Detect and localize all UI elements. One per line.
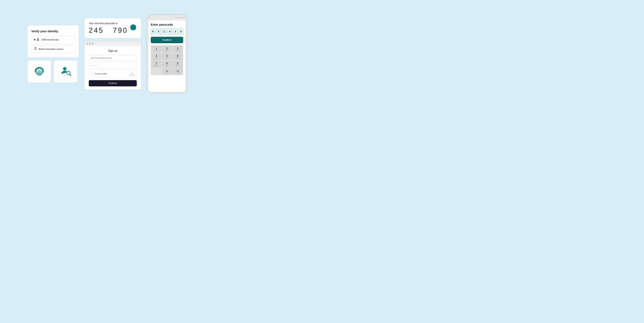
recaptcha-logo: ✓ (131, 72, 133, 75)
digit-1: 5 (156, 29, 161, 35)
key-empty (151, 68, 162, 75)
numeric-keypad: 1 2 ABC 3 DEF 4 GHI 5 JKL 6 MNO (151, 45, 183, 75)
signup-titlebar (84, 41, 141, 46)
left-column: Verify your identity ♥︎ USB security key… (28, 25, 79, 83)
captcha-left: I'm not a robot (91, 73, 107, 75)
titlebar-dot-3 (92, 43, 94, 44)
digit-5: 9 (179, 29, 183, 35)
biometric-icon (34, 47, 37, 51)
usb-security-key-option[interactable]: ♥︎ USB security key (31, 36, 75, 44)
usb-option-label: USB security key (41, 38, 59, 41)
icon-cards-row (28, 60, 79, 83)
svg-point-0 (63, 67, 66, 70)
key-1[interactable]: 1 (151, 46, 162, 53)
verify-title: Verify your identity (31, 30, 75, 33)
titlebar-dot-2 (89, 43, 91, 44)
svg-line-4 (70, 75, 71, 76)
otp-card: Your one-time passcode is 245 790 (84, 18, 141, 38)
digit-4: 3 (173, 29, 178, 35)
captcha-checkbox[interactable] (91, 73, 93, 75)
usb-icon: ♥︎ (34, 38, 40, 42)
fingerprint-card (28, 60, 51, 83)
middle-column: Your one-time passcode is 245 790 Sign u… (84, 18, 141, 90)
passkey-card (54, 60, 78, 83)
recaptcha-links: Privacy - Terms (129, 75, 135, 76)
key-8[interactable]: 8 TUV (162, 61, 172, 68)
passcode-digits-row: 8 5 2 4 3 9 (151, 29, 183, 35)
recaptcha-text: reCAPTCHA (129, 75, 135, 75)
phone-status-bar (147, 16, 187, 19)
otp-left-section: Your one-time passcode is 245 790 (89, 22, 130, 34)
otp-part1: 245 (89, 26, 104, 34)
continue-button[interactable]: Continue (89, 80, 137, 86)
phone-content: Enter passcode 8 5 2 4 3 9 Confirm 1 2 A… (148, 20, 186, 92)
fingerprint-large-icon (33, 65, 46, 78)
signup-body: Sign up I'm not a robot ✓ reCAPTCHA Priv… (84, 46, 141, 90)
otp-timer-icon (130, 24, 137, 32)
enter-passcode-title: Enter passcode (151, 23, 183, 27)
key-9[interactable]: 9 WXYZ (172, 61, 183, 68)
phone-mockup: Enter passcode 8 5 2 4 3 9 Confirm 1 2 A… (147, 15, 187, 93)
signup-card: Sign up I'm not a robot ✓ reCAPTCHA Priv… (84, 41, 141, 90)
key-7[interactable]: 7 PQRS (151, 61, 162, 68)
backspace-key[interactable]: ⌫ (172, 68, 183, 75)
backspace-icon: ⌫ (176, 70, 179, 73)
status-dot (149, 17, 150, 18)
captcha-branding: ✓ reCAPTCHA Privacy - Terms (129, 72, 135, 76)
key-2[interactable]: 2 ABC (162, 46, 172, 53)
otp-part2: 790 (113, 26, 128, 34)
key-3[interactable]: 3 DEF (172, 46, 183, 53)
titlebar-dot-1 (86, 43, 88, 44)
digit-3: 4 (168, 29, 172, 35)
key-4[interactable]: 4 GHI (151, 53, 162, 60)
svg-line-3 (70, 75, 70, 76)
confirm-button[interactable]: Confirm (151, 37, 183, 43)
passkey-icon (60, 65, 72, 78)
key-0[interactable]: 0 (162, 68, 172, 75)
signup-title: Sign up (89, 49, 137, 52)
captcha-box: I'm not a robot ✓ reCAPTCHA Privacy - Te… (89, 70, 137, 78)
captcha-label: I'm not a robot (94, 73, 107, 75)
key-6[interactable]: 6 MNO (172, 53, 183, 60)
biometric-option[interactable]: Built-in biometric sensor (31, 45, 75, 53)
verify-identity-card: Verify your identity ♥︎ USB security key… (28, 25, 79, 58)
digit-2: 2 (162, 29, 166, 35)
email-input[interactable] (89, 55, 137, 61)
key-5[interactable]: 5 JKL (162, 53, 172, 60)
status-bar-indicator (177, 17, 185, 18)
password-input[interactable] (89, 62, 137, 68)
otp-code: 245 790 (89, 26, 130, 34)
otp-label: Your one-time passcode is (89, 22, 130, 25)
biometric-option-label: Built-in biometric sensor (39, 48, 63, 51)
digit-0: 8 (151, 29, 155, 35)
